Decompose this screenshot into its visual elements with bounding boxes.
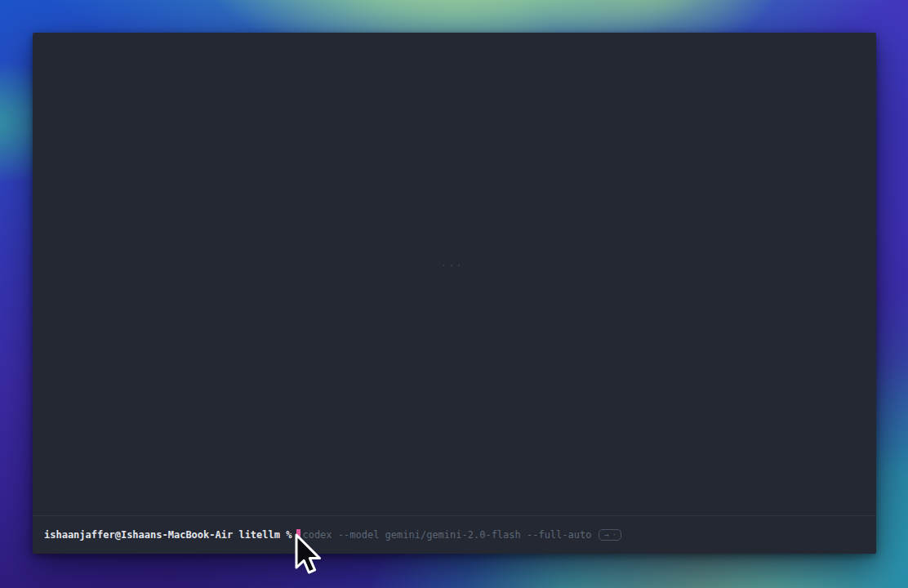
terminal-window[interactable]: ··· ishaanjaffer@Ishaans-MacBook-Air lit… bbox=[33, 33, 876, 554]
terminal-scrollback[interactable]: ··· bbox=[33, 33, 876, 516]
text-cursor bbox=[296, 529, 300, 541]
terminal-prompt-row[interactable]: ishaanjaffer@Ishaans-MacBook-Air litellm… bbox=[33, 516, 876, 554]
arrow-right-icon: → bbox=[603, 529, 608, 541]
accept-hint-badge: → · bbox=[599, 529, 621, 541]
shell-prompt: ishaanjaffer@Ishaans-MacBook-Air litellm… bbox=[44, 529, 292, 541]
desktop-screen: ··· ishaanjaffer@Ishaans-MacBook-Air lit… bbox=[0, 0, 908, 588]
loading-ellipsis: ··· bbox=[441, 260, 464, 271]
command-autosuggestion: codex --model gemini/gemini-2.0-flash --… bbox=[302, 529, 591, 541]
hint-key-icon: · bbox=[612, 529, 616, 541]
